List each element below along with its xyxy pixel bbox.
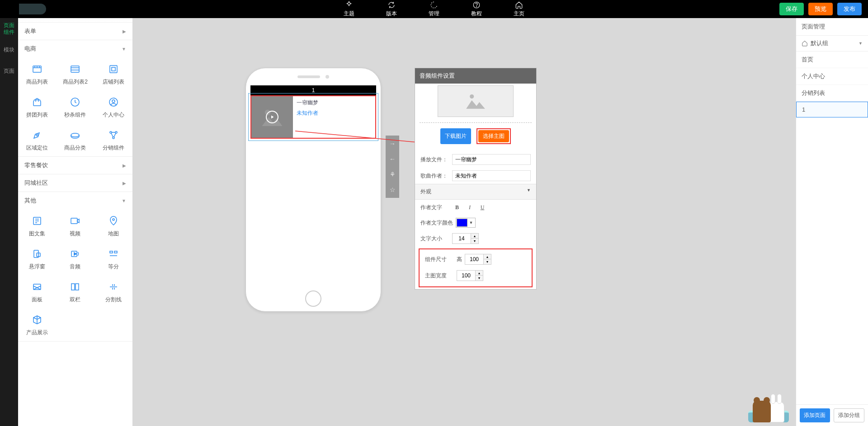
chevron-down-icon: ▼ xyxy=(122,198,126,203)
arrow-left-icon[interactable]: ← xyxy=(389,155,396,163)
phone-preview: 1 一帘幽梦 未知作者 xyxy=(245,68,381,312)
topbar-home[interactable]: 主页 xyxy=(514,1,524,18)
comp-store-list[interactable]: 店铺列表 xyxy=(94,57,132,90)
play-file-input[interactable] xyxy=(452,154,531,165)
arrow-right-icon[interactable]: → xyxy=(389,140,396,147)
preview-button[interactable]: 预览 xyxy=(808,3,833,15)
canvas-side-toolbar: → ← ⚘ ☆ xyxy=(386,136,399,198)
topbar-tutorial[interactable]: 教程 xyxy=(471,1,482,18)
bold-button[interactable]: B xyxy=(452,202,462,212)
component-panel: 表单▶ 电商▼ 商品列表 商品列表2 店铺列表 拼团列表 秒杀组件 个人中心 区… xyxy=(18,18,132,426)
mascot-decoration xyxy=(746,382,791,422)
section-form[interactable]: 表单▶ xyxy=(18,23,132,40)
comp-group-buy-list[interactable]: 拼团列表 xyxy=(18,90,56,123)
svg-point-13 xyxy=(113,137,114,139)
svg-point-27 xyxy=(470,94,474,98)
font-size-down[interactable]: ▼ xyxy=(471,239,478,243)
appearance-section-header[interactable]: 外观 ▼ xyxy=(415,184,536,200)
section-ecommerce-header[interactable]: 电商▼ xyxy=(18,40,132,57)
section-other-header[interactable]: 其他▼ xyxy=(18,192,132,209)
star-icon[interactable]: ☆ xyxy=(390,186,396,193)
settings-panel: 音频组件设置 下载图片 选择主图 播放文件： 歌曲作者： xyxy=(415,68,537,290)
comp-product-category[interactable]: 商品分类 xyxy=(56,123,94,156)
chevron-right-icon: ▶ xyxy=(123,181,126,186)
topbar-theme[interactable]: 主题 xyxy=(344,1,354,18)
comp-equal-split[interactable]: 等分 xyxy=(94,242,132,275)
comp-product-display[interactable]: 产品展示 xyxy=(18,308,56,341)
font-size-input[interactable] xyxy=(453,234,471,243)
song-author-label: 歌曲作者： xyxy=(420,172,449,180)
main-width-down[interactable]: ▼ xyxy=(476,276,483,281)
svg-point-1 xyxy=(476,6,477,7)
font-size-label: 文字大小 xyxy=(420,235,449,243)
topbar-version[interactable]: 版本 xyxy=(386,1,397,18)
comp-area-location[interactable]: 区域定位 xyxy=(18,123,56,156)
save-button[interactable]: 保存 xyxy=(779,3,804,15)
publish-button[interactable]: 发布 xyxy=(837,3,862,15)
comp-video[interactable]: 视频 xyxy=(56,209,94,242)
topbar-manage[interactable]: 管理 xyxy=(429,1,439,18)
svg-rect-5 xyxy=(112,67,115,71)
canvas-area[interactable]: 1 一帘幽梦 未知作者 xyxy=(132,18,796,426)
song-author-input[interactable] xyxy=(452,170,531,181)
chevron-down-icon: ▼ xyxy=(122,47,126,51)
comp-float-window[interactable]: 悬浮窗 xyxy=(18,242,56,275)
section-form-label: 表单 xyxy=(24,27,36,35)
comp-distribution[interactable]: 分销组件 xyxy=(94,123,132,156)
chevron-right-icon: ▶ xyxy=(123,29,126,34)
section-retail[interactable]: 零售餐饮▶ xyxy=(18,157,132,174)
color-picker[interactable]: ▼ xyxy=(456,218,476,228)
comp-product-list-2[interactable]: 商品列表2 xyxy=(56,57,94,90)
svg-point-16 xyxy=(113,219,114,220)
rail-pages[interactable]: 页面 xyxy=(0,61,18,82)
section-ecommerce: 电商▼ 商品列表 商品列表2 店铺列表 拼团列表 秒杀组件 个人中心 区域定位 … xyxy=(18,40,132,157)
topbar-manage-label: 管理 xyxy=(429,10,439,18)
play-icon[interactable] xyxy=(266,111,278,123)
main-width-up[interactable]: ▲ xyxy=(476,271,483,276)
comp-user-center[interactable]: 个人中心 xyxy=(94,90,132,123)
phone-notch xyxy=(246,68,381,85)
font-size-up[interactable]: ▲ xyxy=(471,234,478,239)
comp-height-input[interactable] xyxy=(465,254,483,264)
comp-panel[interactable]: 面板 xyxy=(18,275,56,308)
select-main-image-button[interactable]: 选择主图 xyxy=(478,130,509,142)
comp-divider[interactable]: 分割线 xyxy=(94,275,132,308)
download-image-button[interactable]: 下载图片 xyxy=(440,128,471,144)
svg-rect-24 xyxy=(75,284,79,290)
page-list-item-1[interactable]: 1 xyxy=(796,102,868,117)
phone-status-bar: 1 xyxy=(250,85,376,95)
page-list-item-distribution[interactable]: 分销列表 xyxy=(796,85,868,102)
section-community[interactable]: 同城社区▶ xyxy=(18,174,132,192)
comp-size-label: 组件尺寸 xyxy=(425,256,454,263)
svg-point-12 xyxy=(115,131,117,133)
main-width-label: 主图宽度 xyxy=(425,272,454,280)
play-file-label: 播放文件： xyxy=(420,156,449,164)
left-rail: 页面 组件 模块 页面 xyxy=(0,18,18,426)
page-list-item-usercenter[interactable]: 个人中心 xyxy=(796,68,868,85)
add-group-button[interactable]: 添加分组 xyxy=(834,408,865,422)
page-group-select[interactable]: 默认组 ▼ xyxy=(796,36,868,51)
comp-audio[interactable]: 音频 xyxy=(56,242,94,275)
audio-author: 未知作者 xyxy=(297,109,318,117)
comp-height-up[interactable]: ▲ xyxy=(484,254,491,259)
section-other: 其他▼ 图文集 视频 地图 悬浮窗 音频 等分 面板 双栏 分割线 产品展示 xyxy=(18,192,132,342)
rail-modules[interactable]: 模块 xyxy=(0,39,18,61)
italic-button[interactable]: I xyxy=(465,202,475,212)
audio-component[interactable]: 一帘幽梦 未知作者 xyxy=(250,95,376,139)
comp-two-column[interactable]: 双栏 xyxy=(56,275,94,308)
comp-height-down[interactable]: ▼ xyxy=(484,259,491,264)
chevron-down-icon: ▼ xyxy=(527,188,531,196)
comp-image-text-set[interactable]: 图文集 xyxy=(18,209,56,242)
add-page-button[interactable]: 添加页面 xyxy=(800,408,830,422)
page-list-item-home[interactable]: 首页 xyxy=(796,51,868,68)
rail-page-components[interactable]: 页面 组件 xyxy=(0,18,18,39)
comp-product-list[interactable]: 商品列表 xyxy=(18,57,56,90)
share-icon[interactable]: ⚘ xyxy=(390,171,396,178)
underline-button[interactable]: U xyxy=(477,202,487,212)
comp-map[interactable]: 地图 xyxy=(94,209,132,242)
right-panel-header: 页面管理 xyxy=(796,18,868,36)
main-width-input[interactable] xyxy=(457,271,475,281)
main-image-preview xyxy=(415,84,536,122)
audio-title: 一帘幽梦 xyxy=(297,99,318,107)
comp-flash-sale[interactable]: 秒杀组件 xyxy=(56,90,94,123)
